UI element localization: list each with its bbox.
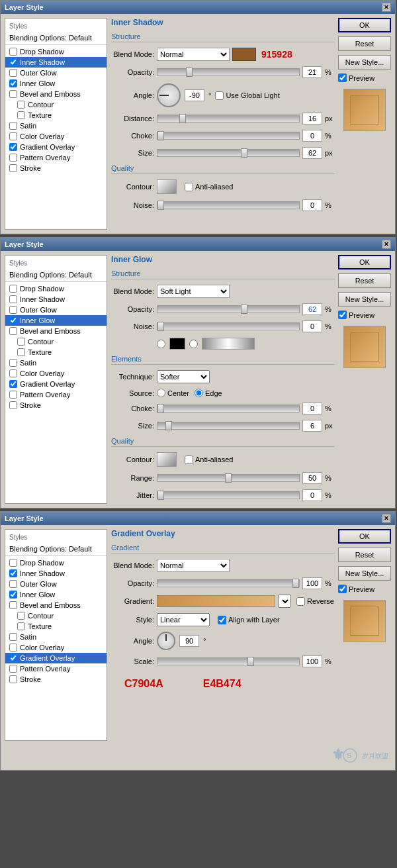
sidebar-pattern-overlay-3[interactable]: Pattern Overlay (5, 663, 107, 674)
edge-radio-2[interactable] (195, 389, 203, 397)
jitter-value-2[interactable] (302, 489, 322, 501)
angle-value-3[interactable] (179, 635, 199, 647)
checkbox-bevel-emboss-3[interactable] (9, 601, 17, 609)
checkbox-pattern-overlay-3[interactable] (9, 665, 17, 673)
reset-button-1[interactable]: Reset (338, 36, 391, 51)
checkbox-texture-3[interactable] (17, 622, 25, 630)
sidebar-inner-shadow-3[interactable]: Inner Shadow (5, 568, 107, 579)
contour-preview-1[interactable] (157, 179, 177, 194)
noise-slider-1[interactable] (157, 201, 300, 209)
distance-value-1[interactable] (302, 113, 322, 124)
use-global-light-1[interactable] (215, 91, 224, 100)
sidebar-gradient-overlay-3[interactable]: Gradient Overlay (5, 653, 107, 663)
checkbox-drop-shadow-2[interactable] (9, 285, 17, 293)
range-slider-2[interactable] (157, 474, 300, 482)
preview-label-1[interactable]: Preview (338, 73, 391, 82)
sidebar-color-overlay-3[interactable]: Color Overlay (5, 642, 107, 653)
sidebar-stroke-1[interactable]: Stroke (5, 163, 107, 173)
blending-options-2[interactable]: Blending Options: Default (5, 269, 107, 282)
noise-value-1[interactable] (302, 199, 322, 211)
opacity-slider-3[interactable] (157, 579, 300, 587)
scale-value-3[interactable] (302, 655, 322, 667)
sidebar-satin-1[interactable]: Satin (5, 121, 107, 131)
checkbox-satin-2[interactable] (9, 359, 17, 367)
align-with-layer-checkbox-3[interactable] (218, 616, 226, 624)
blending-options-1[interactable]: Blending Options: Default (5, 32, 107, 45)
checkbox-texture-2[interactable] (17, 348, 25, 356)
checkbox-inner-shadow-3[interactable] (9, 569, 17, 577)
checkbox-color-overlay-1[interactable] (9, 132, 17, 140)
sidebar-drop-shadow-3[interactable]: Drop Shadow (5, 557, 107, 568)
checkbox-satin-1[interactable] (9, 122, 17, 130)
sidebar-texture-3[interactable]: Texture (5, 621, 107, 632)
sidebar-inner-glow-3[interactable]: Inner Glow (5, 589, 107, 600)
angle-value-1[interactable] (185, 89, 204, 101)
checkbox-texture-1[interactable] (17, 111, 25, 119)
solid-color-swatch-2[interactable] (169, 338, 185, 350)
checkbox-inner-shadow-2[interactable] (9, 295, 17, 303)
sidebar-inner-shadow-2[interactable]: Inner Shadow (5, 294, 107, 305)
sidebar-inner-glow-1[interactable]: Inner Glow (5, 78, 107, 89)
size-slider-2[interactable] (157, 422, 300, 430)
sidebar-satin-3[interactable]: Satin (5, 632, 107, 642)
checkbox-inner-glow-1[interactable] (9, 79, 17, 87)
sidebar-pattern-overlay-1[interactable]: Pattern Overlay (5, 152, 107, 163)
sidebar-satin-2[interactable]: Satin (5, 358, 107, 368)
reset-button-2[interactable]: Reset (338, 273, 391, 288)
checkbox-drop-shadow-1[interactable] (9, 48, 17, 56)
checkbox-inner-shadow-1[interactable] (9, 58, 17, 66)
ok-button-3[interactable]: OK (338, 529, 391, 544)
angle-dial-3[interactable] (157, 632, 175, 650)
checkbox-gradient-overlay-2[interactable] (9, 380, 17, 388)
blend-mode-select-1[interactable]: Normal Multiply Screen Soft Light (157, 48, 230, 61)
checkbox-stroke-2[interactable] (9, 401, 17, 409)
reverse-checkbox-3[interactable] (296, 597, 305, 606)
choke-value-1[interactable] (302, 130, 322, 142)
style-select-3[interactable]: Linear Radial Angle Reflected Diamond (157, 613, 210, 626)
center-radio-2[interactable] (157, 389, 165, 397)
sidebar-stroke-3[interactable]: Stroke (5, 674, 107, 685)
opacity-value-3[interactable] (302, 577, 322, 589)
anti-aliased-checkbox-2[interactable] (185, 456, 193, 464)
gradient-bar-3[interactable] (157, 595, 275, 607)
sidebar-outer-glow-1[interactable]: Outer Glow (5, 68, 107, 78)
sidebar-stroke-2[interactable]: Stroke (5, 400, 107, 410)
checkbox-inner-glow-2[interactable] (9, 316, 17, 324)
preview-checkbox-1[interactable] (338, 73, 347, 82)
checkbox-pattern-overlay-1[interactable] (9, 154, 17, 162)
sidebar-bevel-emboss-1[interactable]: Bevel and Emboss (5, 89, 107, 99)
sidebar-inner-shadow-1[interactable]: Inner Shadow (5, 57, 107, 68)
checkbox-contour-1[interactable] (17, 101, 25, 109)
color-swatch-1[interactable] (232, 48, 256, 61)
checkbox-gradient-overlay-1[interactable] (9, 143, 17, 151)
checkbox-contour-3[interactable] (17, 612, 25, 620)
edge-radio-label-2[interactable]: Edge (195, 389, 222, 397)
close-button-2[interactable]: ✕ (382, 240, 391, 249)
blend-mode-select-3[interactable]: Normal Multiply Screen (157, 559, 230, 572)
checkbox-contour-2[interactable] (17, 338, 25, 346)
choke-slider-2[interactable] (157, 405, 300, 412)
sidebar-texture-1[interactable]: Texture (5, 110, 107, 121)
scale-slider-3[interactable] (157, 657, 300, 665)
checkbox-bevel-emboss-1[interactable] (9, 90, 17, 98)
sidebar-contour-1[interactable]: Contour (5, 99, 107, 110)
anti-aliased-checkbox-1[interactable] (185, 183, 193, 191)
sidebar-pattern-overlay-2[interactable]: Pattern Overlay (5, 389, 107, 400)
radio-gradient-color-2[interactable] (189, 340, 198, 348)
center-radio-label-2[interactable]: Center (157, 389, 189, 397)
checkbox-outer-glow-2[interactable] (9, 306, 17, 314)
opacity-slider-1[interactable] (157, 68, 300, 76)
sidebar-color-overlay-2[interactable]: Color Overlay (5, 368, 107, 379)
checkbox-outer-glow-1[interactable] (9, 69, 17, 77)
radio-solid-color-2[interactable] (157, 340, 165, 348)
opacity-value-1[interactable] (302, 66, 322, 78)
ok-button-1[interactable]: OK (338, 18, 391, 32)
checkbox-outer-glow-3[interactable] (9, 580, 17, 588)
contour-preview-2[interactable] (157, 452, 177, 467)
preview-checkbox-3[interactable] (338, 585, 347, 593)
new-style-button-2[interactable]: New Style... (338, 292, 391, 307)
preview-label-2[interactable]: Preview (338, 311, 391, 319)
close-button-3[interactable]: ✕ (382, 514, 391, 523)
noise-value-2[interactable] (302, 320, 322, 332)
sidebar-gradient-overlay-2[interactable]: Gradient Overlay (5, 379, 107, 389)
